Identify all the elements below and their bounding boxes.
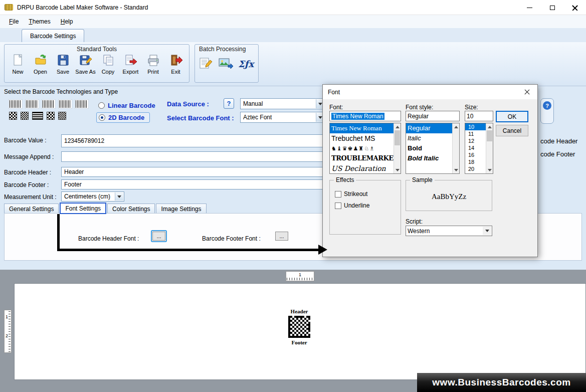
strikeout-checkbox-row[interactable]: Strikeout [335,190,367,198]
scroll-up-icon[interactable] [453,123,459,130]
menu-themes[interactable]: Themes [24,16,55,27]
copy-button[interactable]: Copy [97,54,119,75]
font-style-list[interactable]: Regular Italic Bold Bold Italic [406,123,460,174]
save-as-button[interactable]: Save As [74,54,97,75]
font-name-input[interactable]: Times New Roman [329,111,401,121]
scroll-down-icon[interactable] [394,166,401,173]
export-button[interactable]: Export [119,54,142,75]
dialog-close-button[interactable] [516,85,537,99]
tool-label: Exit [171,69,180,75]
open-button[interactable]: Open [29,54,52,75]
callout-arrow-horizontal [57,249,319,251]
font-list[interactable]: Times New Roman Trebuchet MS ♞♝♛♚♟♜♘♗ TR… [329,123,401,174]
font-list-item[interactable]: TROUBLEMARKE [330,153,401,163]
exit-button[interactable]: Exit [164,54,187,75]
font-list-item[interactable]: Times New Roman [330,123,401,133]
save-button[interactable]: Save [52,54,74,75]
menu-file[interactable]: File [4,16,24,27]
scrollbar-thumb[interactable] [395,130,400,145]
measurement-unit-dropdown[interactable]: Centimeters (cm) [61,191,124,202]
barcode-type-icons [9,100,88,123]
header-font-browse-button[interactable]: ... [152,232,165,241]
checkbox-unchecked-icon[interactable] [335,203,341,209]
formula-sigma-fx-button[interactable]: Σƒx [238,59,254,69]
tab-general-settings[interactable]: General Settings [4,204,59,214]
size-list[interactable]: 10 11 12 14 16 18 20 [465,123,493,174]
print-button[interactable]: Print [142,54,164,75]
help-icon[interactable]: ? [543,101,551,110]
batch-tools-row: Σƒx [199,57,254,71]
cancel-button[interactable]: Cancel [496,125,528,136]
scrollbar[interactable] [486,123,493,173]
open-folder-icon [34,54,47,68]
scrollbar[interactable] [394,123,401,173]
tab-image-settings[interactable]: Image Settings [156,204,206,214]
linear-barcode-icons-row [9,100,88,108]
title-bar: DRPU Barcode Label Maker Software - Stan… [0,0,586,15]
size-label: Size: [465,104,478,111]
tab-barcode-settings[interactable]: Barcode Settings [22,29,84,42]
tab-font-settings[interactable]: Font Settings [60,203,106,214]
dropdown-arrow-icon [483,227,491,235]
batch-processing-group: Batch Processing Σƒx [194,44,259,83]
font-label: Font: [329,104,343,111]
style-list-item[interactable]: Bold [406,143,459,153]
checkbox-unchecked-icon[interactable] [335,191,341,198]
menu-help[interactable]: Help [56,16,78,27]
linear-barcode-icon [42,100,55,108]
data-source-dropdown[interactable]: Manual [240,98,325,109]
font-list-item[interactable]: ♞♝♛♚♟♜♘♗ [330,143,401,153]
barcode-footer-label: Barcode Footer : [4,181,49,188]
style-list-item[interactable]: Bold Italic [406,153,459,163]
underline-label: Underline [344,202,369,209]
scrollbar-thumb[interactable] [487,130,492,141]
barcode-header-text: Header [282,308,317,314]
barcode-value-label: Barcode Value : [4,137,47,144]
barcode-header-input[interactable]: Header [61,167,328,177]
scroll-down-icon[interactable] [486,166,493,173]
minimize-button[interactable] [518,0,541,15]
ok-button[interactable]: OK [496,111,528,122]
footer-font-browse-button[interactable]: ... [275,232,288,241]
batch-image-export-button[interactable] [218,57,233,71]
barcode-font-dropdown[interactable]: Aztec Font [240,112,325,123]
scrollbar[interactable] [452,123,459,173]
font-style-input[interactable]: Regular [406,111,460,121]
linear-barcode-radio[interactable]: Linear Barcode [98,102,155,109]
tool-label: Save [57,69,69,75]
barcode-preview[interactable]: Header Footer [282,308,317,345]
scroll-up-icon[interactable] [486,123,493,130]
style-list-item[interactable]: Regular [406,123,459,133]
font-dialog-titlebar: Font [323,85,537,99]
maximize-button[interactable] [541,0,563,15]
barcode-footer-font-label: Barcode Footer Font : [202,235,261,242]
style-list-item[interactable]: Italic [406,133,459,143]
close-button[interactable] [563,0,586,15]
script-dropdown[interactable]: Western [406,226,492,236]
close-icon [524,89,530,95]
main-tab-strip: Barcode Settings [0,28,586,42]
font-style-label: Font style: [406,104,433,111]
select-barcode-font-label: Select Barcode Font : [167,114,234,122]
help-button[interactable]: ? [224,98,234,109]
ruler-number: 2 [6,333,8,338]
save-floppy-icon [57,54,70,68]
tools-row: New Open Save Save As Copy [7,54,187,75]
barcode-footer-input[interactable]: Footer [61,179,328,189]
scroll-down-icon[interactable] [453,166,459,173]
message-append-input[interactable] [61,151,328,162]
linear-barcode-icon [9,100,22,108]
new-button[interactable]: New [7,54,29,75]
scroll-up-icon[interactable] [394,123,401,130]
underline-checkbox-row[interactable]: Underline [335,202,369,209]
barcode-value-input[interactable]: 123456789012 [61,134,328,147]
size-input[interactable]: 10 [465,111,493,121]
partial-barcode-header-label: code Header [540,137,577,145]
barcode-header-label: Barcode Header : [4,169,51,176]
2d-barcode-radio[interactable]: 2D Barcode [96,112,150,123]
side-help-panel: ? [540,98,554,124]
tab-color-settings[interactable]: Color Settings [107,204,155,214]
batch-edit-button[interactable] [199,57,213,71]
font-list-item[interactable]: US Declaration [330,163,401,173]
font-list-item[interactable]: Trebuchet MS [330,133,401,143]
